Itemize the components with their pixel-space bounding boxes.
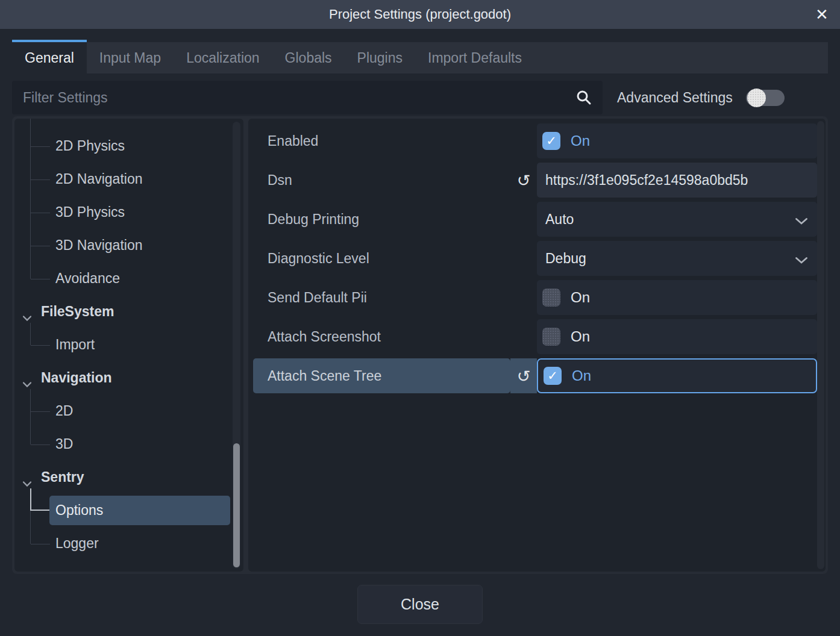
tree-connector xyxy=(31,213,50,213)
setting-value-cell: On xyxy=(537,280,817,315)
setting-row-diagnostic-level: Diagnostic Level Debug xyxy=(253,241,817,276)
setting-label: Dsn xyxy=(253,163,510,198)
tree-item-label: Sentry xyxy=(41,469,84,485)
tree-item-label: Options xyxy=(55,502,103,519)
settings-properties-panel: Enabled ✓ On Dsn ↺ https://3f1e095cf2e14… xyxy=(248,119,826,572)
tree-item-logger[interactable]: Logger xyxy=(14,527,243,560)
debug-printing-dropdown[interactable]: Auto xyxy=(537,202,817,237)
tab-input-map[interactable]: Input Map xyxy=(87,42,174,73)
tree-scrollbar-thumb[interactable] xyxy=(233,443,240,567)
tree-group-top: 2D Physics 2D Navigation 3D Physics 3D N… xyxy=(14,129,243,295)
tab-globals[interactable]: Globals xyxy=(272,42,345,73)
tab-bar: General Input Map Localization Globals P… xyxy=(12,42,828,73)
tree-connector xyxy=(31,544,50,544)
setting-row-enabled: Enabled ✓ On xyxy=(253,123,817,158)
checkbox-unchecked-icon[interactable] xyxy=(542,328,560,346)
checkbox-checked-icon[interactable]: ✓ xyxy=(544,367,562,385)
setting-label-text: Debug Printing xyxy=(268,211,359,228)
revert-icon[interactable]: ↺ xyxy=(510,358,537,393)
properties-scrollbar[interactable] xyxy=(817,121,824,569)
setting-label-text: Dsn xyxy=(268,172,292,189)
checkbox-checked-icon[interactable]: ✓ xyxy=(542,132,560,150)
tree-item-avoidance[interactable]: Avoidance xyxy=(14,262,243,295)
chevron-down-icon xyxy=(23,474,31,490)
tree-item-label: 2D xyxy=(55,403,73,419)
dsn-input[interactable]: https://3f1e095cf2e14598a0bd5b xyxy=(537,163,817,198)
setting-label-text: Send Default Pii xyxy=(268,290,367,306)
setting-label: Attach Screenshot xyxy=(253,319,537,354)
tab-general[interactable]: General xyxy=(12,40,87,73)
tab-localization[interactable]: Localization xyxy=(174,42,272,73)
checkbox-state-label: On xyxy=(571,289,590,306)
tree-connector xyxy=(31,179,50,180)
tree-item-filesystem[interactable]: FileSystem xyxy=(14,295,243,328)
tree-item-label: 3D Physics xyxy=(55,204,125,220)
tree-item-label: FileSystem xyxy=(41,304,114,320)
setting-row-attach-scene-tree: Attach Scene Tree ↺ ✓ On xyxy=(253,358,817,393)
chevron-down-icon xyxy=(795,216,807,227)
tree-item-nav-2d[interactable]: 2D xyxy=(14,394,243,428)
advanced-settings-toggle[interactable] xyxy=(746,90,785,106)
search-placeholder: Filter Settings xyxy=(23,90,108,106)
dialog-titlebar: Project Settings (project.godot) ✕ xyxy=(0,0,840,29)
tree-scrollbar[interactable] xyxy=(233,122,240,569)
tree-item-nav-3d[interactable]: 3D xyxy=(14,428,243,461)
close-icon[interactable]: ✕ xyxy=(812,5,832,24)
chevron-down-icon xyxy=(23,308,31,325)
tree-item-import[interactable]: Import xyxy=(14,328,243,361)
tree-connector xyxy=(31,279,50,279)
search-input[interactable]: Filter Settings xyxy=(12,81,603,114)
advanced-settings-label: Advanced Settings xyxy=(617,90,733,106)
tab-import-defaults[interactable]: Import Defaults xyxy=(415,42,534,73)
tree-item-label: Navigation xyxy=(41,370,112,386)
setting-label: Diagnostic Level xyxy=(253,241,537,276)
filter-row: Filter Settings Advanced Settings xyxy=(12,81,828,114)
setting-value-cell: On xyxy=(537,319,817,354)
diagnostic-level-dropdown[interactable]: Debug xyxy=(537,241,817,276)
chevron-down-icon xyxy=(795,255,807,266)
dialog-title: Project Settings (project.godot) xyxy=(329,7,511,22)
tree-item-label: Logger xyxy=(55,535,99,552)
setting-row-debug-printing: Debug Printing Auto xyxy=(253,202,817,237)
tree-item-label: 3D Navigation xyxy=(55,237,142,254)
tab-plugins[interactable]: Plugins xyxy=(345,42,415,73)
settings-tree: 2D Physics 2D Navigation 3D Physics 3D N… xyxy=(14,119,243,572)
tree-connector-selected xyxy=(30,488,31,511)
setting-row-attach-screenshot: Attach Screenshot On xyxy=(253,319,817,354)
dropdown-selected-value: Auto xyxy=(537,211,574,228)
setting-label: Enabled xyxy=(253,123,537,158)
tree-item-3d-navigation[interactable]: 3D Navigation xyxy=(14,229,243,262)
setting-label-text: Enabled xyxy=(268,133,318,149)
tree-connector xyxy=(31,411,50,412)
tree-item-label: Avoidance xyxy=(55,270,120,287)
tree-item-2d-navigation[interactable]: 2D Navigation xyxy=(14,163,243,196)
tree-item-3d-physics[interactable]: 3D Physics xyxy=(14,196,243,229)
setting-value-cell-focused: ✓ On xyxy=(537,358,817,393)
tree-item-2d-physics[interactable]: 2D Physics xyxy=(14,129,243,163)
setting-label: Send Default Pii xyxy=(253,280,537,315)
tree-group-navigation: Navigation 2D 3D xyxy=(14,361,243,461)
checkbox-unchecked-icon[interactable] xyxy=(542,288,560,307)
tree-group-sentry: Sentry Options Logger xyxy=(14,461,243,560)
tree-connector xyxy=(31,345,50,346)
dsn-value: https://3f1e095cf2e14598a0bd5b xyxy=(537,172,817,189)
setting-row-send-default-pii: Send Default Pii On xyxy=(253,280,817,315)
tree-item-navigation[interactable]: Navigation xyxy=(14,361,243,394)
toggle-knob xyxy=(747,89,766,107)
setting-label: Attach Scene Tree xyxy=(253,358,510,393)
checkbox-state-label: On xyxy=(571,328,590,345)
tree-item-label: 2D Physics xyxy=(55,138,125,154)
setting-label-text: Diagnostic Level xyxy=(268,251,369,267)
tree-item-label: 2D Navigation xyxy=(55,171,142,187)
tree-group-filesystem: FileSystem Import xyxy=(14,295,243,361)
setting-label-text: Attach Scene Tree xyxy=(268,368,381,384)
close-button[interactable]: Close xyxy=(357,585,483,624)
tree-connector xyxy=(31,146,50,147)
tree-item-sentry[interactable]: Sentry xyxy=(14,461,243,494)
setting-value-cell: ✓ On xyxy=(537,123,817,158)
tree-connector-selected xyxy=(30,510,49,511)
dropdown-selected-value: Debug xyxy=(537,251,586,267)
chevron-down-icon xyxy=(23,375,31,391)
tree-item-label: Import xyxy=(55,337,95,353)
revert-icon[interactable]: ↺ xyxy=(510,163,537,198)
